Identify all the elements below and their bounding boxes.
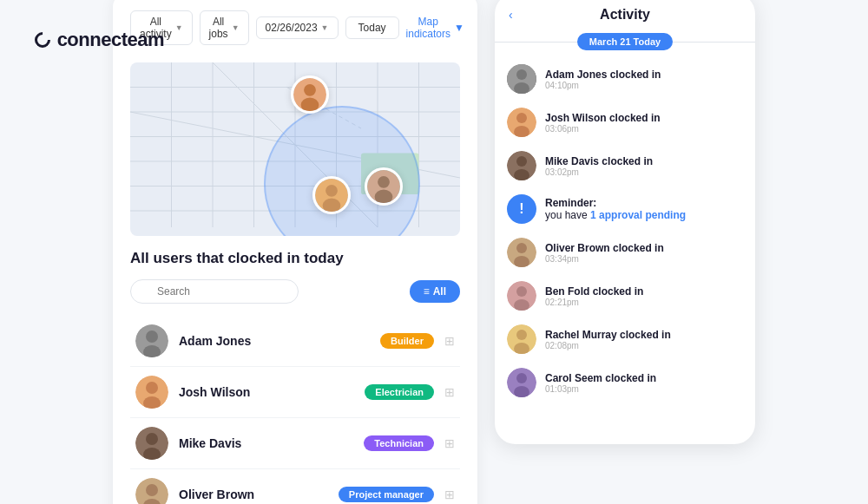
act-info-mike: Mike Davis clocked in 03:02pm (545, 155, 743, 177)
phone-header: ‹ Activity (495, 0, 755, 23)
user-badge-oliver: Project manager (339, 487, 434, 502)
all-filter-button[interactable]: ≡ All (410, 280, 460, 303)
svg-point-30 (146, 382, 158, 394)
user-row: Mike Davis Technician ⊞ (130, 418, 460, 469)
act-avatar-josh (507, 108, 536, 137)
act-time-carol: 01:03pm (545, 384, 743, 394)
activity-item: Ben Fold clocked in 02:21pm (495, 274, 755, 317)
user-avatar-adam (135, 324, 168, 357)
act-avatar-rachel (507, 324, 536, 354)
svg-point-57 (516, 373, 527, 383)
svg-point-54 (516, 330, 527, 340)
svg-point-27 (146, 331, 158, 343)
svg-point-48 (516, 243, 527, 253)
user-badge-josh: Electrician (365, 384, 434, 400)
search-row: 🔍 ≡ All (130, 279, 460, 304)
main-container: All activity ▼ All jobs ▼ 02/26/2023 ▼ T… (113, 0, 755, 504)
user-name-oliver: Oliver Brown (179, 488, 328, 501)
svg-point-39 (516, 69, 527, 80)
activity-filter-arrow: ▼ (175, 23, 183, 32)
svg-point-24 (378, 176, 390, 188)
user-row: Adam Jones Builder ⊞ (130, 316, 460, 367)
act-name-josh: Josh Wilson clocked in (545, 112, 743, 124)
map-indicators-button[interactable]: Map indicators ▼ (406, 16, 464, 40)
map-area (130, 62, 460, 236)
svg-point-21 (326, 185, 338, 197)
activity-item: Josh Wilson clocked in 03:06pm (495, 101, 755, 144)
user-row: Josh Wilson Electrician ⊞ (130, 367, 460, 418)
map-indicators-arrow: ▼ (454, 22, 464, 34)
activity-item: Carol Seem clocked in 01:03pm (495, 361, 755, 404)
user-badge-mike: Technician (364, 435, 434, 451)
logo-c-icon (31, 29, 53, 50)
search-wrapper: 🔍 (130, 279, 403, 304)
act-time-ben: 02:21pm (545, 298, 743, 307)
act-name-oliver: Oliver Brown clocked in (545, 242, 743, 254)
act-time-rachel: 02:08pm (545, 341, 743, 350)
act-info-carol: Carol Seem clocked in 01:03pm (545, 372, 743, 394)
act-time-josh: 03:06pm (545, 124, 743, 134)
act-name-mike: Mike Davis clocked in (545, 155, 743, 167)
activity-list: Adam Jones clocked in 04:10pm Josh Wilso… (495, 50, 755, 444)
today-button[interactable]: Today (345, 16, 399, 39)
act-name-ben: Ben Fold clocked in (545, 285, 743, 298)
act-time-oliver: 03:34pm (545, 254, 743, 264)
act-avatar-adam (507, 64, 536, 94)
jobs-filter-arrow: ▼ (232, 23, 240, 32)
act-info-ben: Ben Fold clocked in 02:21pm (545, 285, 743, 307)
date-filter[interactable]: 02/26/2023 ▼ (256, 16, 339, 39)
activity-panel: ‹ Activity March 21 Today Adam Jones clo… (495, 0, 755, 444)
activity-title: Activity (600, 7, 650, 23)
row-menu-icon-adam[interactable]: ⊞ (444, 334, 455, 348)
users-list: Adam Jones Builder ⊞ Josh Wilson Electri… (130, 316, 460, 504)
user-name-mike: Mike Davis (179, 436, 353, 450)
row-menu-icon-josh[interactable]: ⊞ (444, 385, 455, 399)
activity-item: Mike Davis clocked in 03:02pm (495, 144, 755, 187)
activity-item: Adam Jones clocked in 04:10pm (495, 57, 755, 101)
svg-point-18 (304, 84, 316, 96)
svg-point-45 (516, 156, 527, 167)
map-avatar-left (312, 176, 351, 214)
panel-heading: All users that clocked in today (130, 250, 460, 267)
act-info-oliver: Oliver Brown clocked in 03:34pm (545, 242, 743, 264)
date-badge-container: March 21 Today (495, 33, 755, 50)
user-row: Oliver Brown Project manager ⊞ (130, 469, 460, 504)
act-name-adam: Adam Jones clocked in (545, 69, 743, 81)
left-panel: All activity ▼ All jobs ▼ 02/26/2023 ▼ T… (113, 0, 477, 504)
user-avatar-oliver (135, 478, 168, 504)
filters-row: All activity ▼ All jobs ▼ 02/26/2023 ▼ T… (130, 10, 460, 45)
back-button[interactable]: ‹ (509, 8, 513, 22)
search-input[interactable] (130, 279, 299, 304)
reminder-subtext: you have 1 approval pending (545, 209, 743, 221)
svg-point-33 (146, 433, 158, 445)
activity-item: Oliver Brown clocked in 03:34pm (495, 231, 755, 274)
reminder-item: ! Reminder: you have 1 approval pending (495, 187, 755, 231)
user-name-adam: Adam Jones (179, 334, 370, 348)
act-avatar-oliver (507, 238, 536, 267)
activity-item: Rachel Murray clocked in 02:08pm (495, 317, 755, 361)
jobs-filter[interactable]: All jobs ▼ (200, 10, 249, 45)
act-name-rachel: Rachel Murray clocked in (545, 329, 743, 341)
app-logo: connecteam (35, 28, 164, 51)
act-avatar-ben (507, 281, 536, 311)
row-menu-icon-oliver[interactable]: ⊞ (444, 488, 455, 501)
act-time-adam: 04:10pm (545, 81, 743, 90)
map-avatar-top (291, 75, 329, 114)
row-menu-icon-mike[interactable]: ⊞ (444, 436, 455, 450)
act-info-adam: Adam Jones clocked in 04:10pm (545, 69, 743, 90)
act-avatar-mike (507, 151, 536, 180)
svg-point-42 (516, 113, 527, 123)
reminder-text: Reminder: (545, 197, 743, 209)
user-avatar-mike (135, 427, 168, 460)
svg-point-36 (146, 484, 158, 496)
map-avatar-right (365, 167, 403, 206)
user-badge-adam: Builder (380, 333, 434, 349)
reminder-link[interactable]: 1 approval pending (590, 209, 686, 221)
act-info-rachel: Rachel Murray clocked in 02:08pm (545, 329, 743, 350)
act-avatar-carol (507, 368, 536, 397)
reminder-icon: ! (507, 194, 536, 224)
svg-point-51 (516, 286, 527, 297)
filter-icon: ≡ (424, 285, 430, 298)
act-info-josh: Josh Wilson clocked in 03:06pm (545, 112, 743, 134)
date-filter-arrow: ▼ (321, 23, 329, 32)
